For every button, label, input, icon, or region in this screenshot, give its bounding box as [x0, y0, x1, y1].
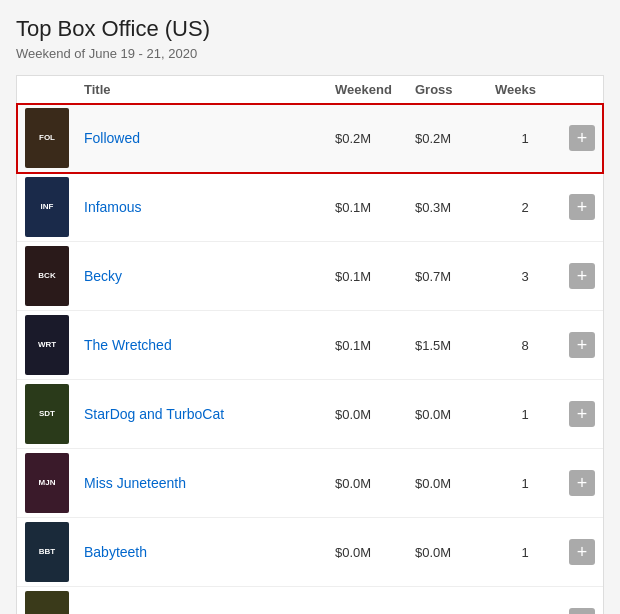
movie-thumbnail: FOL: [25, 108, 80, 168]
total-gross: $0.2M: [415, 131, 495, 146]
weeks-count: 3: [495, 269, 555, 284]
header-weekend: Weekend: [335, 82, 415, 97]
total-gross: $0.0M: [415, 407, 495, 422]
table-row: FOLFollowed$0.2M$0.2M1+: [17, 104, 603, 173]
weeks-count: 1: [495, 407, 555, 422]
page-title: Top Box Office (US): [16, 16, 604, 42]
total-gross: $0.0M: [415, 476, 495, 491]
movie-thumbnail: BBT: [25, 522, 80, 582]
header-action: [555, 82, 595, 97]
header-gross: Gross: [415, 82, 495, 97]
table-row: WRTThe Wretched$0.1M$1.5M8+: [17, 311, 603, 380]
movie-thumbnail: MJN: [25, 453, 80, 513]
movie-title-link[interactable]: Miss Juneteenth: [80, 475, 186, 491]
movie-thumbnail: BCK: [25, 246, 80, 306]
movie-thumbnail: WRT: [25, 315, 80, 375]
add-to-list-button[interactable]: +: [569, 608, 595, 614]
total-gross: $0.3M: [415, 200, 495, 215]
add-to-list-button[interactable]: +: [569, 539, 595, 565]
movie-thumbnail: INF: [25, 177, 80, 237]
movie-title-link[interactable]: Babyteeth: [80, 544, 147, 560]
movie-title-link[interactable]: Becky: [80, 268, 122, 284]
total-gross: $1.5M: [415, 338, 495, 353]
header-title: Title: [80, 82, 335, 97]
movie-title-link[interactable]: Followed: [80, 130, 140, 146]
table-row: BBTBabyteeth$0.0M$0.0M1+: [17, 518, 603, 587]
add-to-list-button[interactable]: +: [569, 470, 595, 496]
movie-title-link[interactable]: The Wretched: [80, 337, 172, 353]
weekend-gross: $0.0M: [335, 407, 415, 422]
table-row: SDTStarDog and TurboCat$0.0M$0.0M1+: [17, 380, 603, 449]
add-to-list-button[interactable]: +: [569, 401, 595, 427]
header-weeks: Weeks: [495, 82, 555, 97]
weekend-gross: $0.1M: [335, 200, 415, 215]
movie-title-link[interactable]: Infamous: [80, 199, 142, 215]
table-row: MJNMiss Juneteenth$0.0M$0.0M1+: [17, 449, 603, 518]
table-row: TTGThe Trip to Greece$0.0M$0.0M5+: [17, 587, 603, 614]
weekend-gross: $0.0M: [335, 476, 415, 491]
weeks-count: 8: [495, 338, 555, 353]
table-row: BCKBecky$0.1M$0.7M3+: [17, 242, 603, 311]
weeks-count: 2: [495, 200, 555, 215]
movie-thumbnail: TTG: [25, 591, 80, 614]
weeks-count: 1: [495, 545, 555, 560]
movie-title-link[interactable]: StarDog and TurboCat: [80, 406, 224, 422]
page-subtitle: Weekend of June 19 - 21, 2020: [16, 46, 604, 61]
weekend-gross: $0.2M: [335, 131, 415, 146]
header-thumb: [25, 82, 80, 97]
box-office-table: Title Weekend Gross Weeks FOLFollowed$0.…: [16, 75, 604, 614]
add-to-list-button[interactable]: +: [569, 332, 595, 358]
table-body: FOLFollowed$0.2M$0.2M1+INFInfamous$0.1M$…: [17, 104, 603, 614]
total-gross: $0.7M: [415, 269, 495, 284]
table-header-row: Title Weekend Gross Weeks: [17, 76, 603, 104]
table-row: INFInfamous$0.1M$0.3M2+: [17, 173, 603, 242]
weekend-gross: $0.0M: [335, 545, 415, 560]
weekend-gross: $0.1M: [335, 338, 415, 353]
add-to-list-button[interactable]: +: [569, 263, 595, 289]
weekend-gross: $0.1M: [335, 269, 415, 284]
weeks-count: 1: [495, 131, 555, 146]
add-to-list-button[interactable]: +: [569, 194, 595, 220]
movie-thumbnail: SDT: [25, 384, 80, 444]
total-gross: $0.0M: [415, 545, 495, 560]
add-to-list-button[interactable]: +: [569, 125, 595, 151]
weeks-count: 1: [495, 476, 555, 491]
